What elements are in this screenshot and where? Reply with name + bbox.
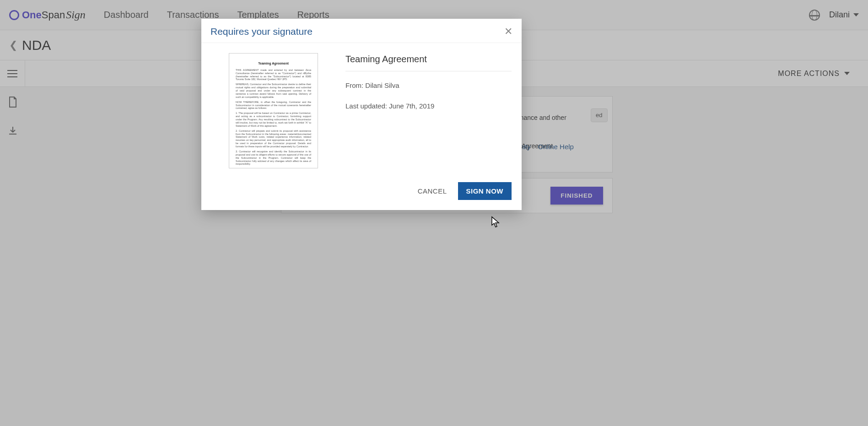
thumb-p7: 4. In the event Contractor is awarded th… bbox=[236, 167, 311, 168]
thumb-p4: 1. The proposal will be based on Contrac… bbox=[236, 112, 311, 127]
thumb-p1: THIS AGREEMENT made and entered by and b… bbox=[236, 69, 311, 81]
thumb-p5: 2. Contractor will prepare and submit it… bbox=[236, 129, 311, 148]
modal-title: Requires your signature bbox=[210, 26, 313, 37]
modal-info: Teaming Agreement From: Dilani Silva Las… bbox=[345, 53, 512, 168]
thumb-p2: WHEREAS, Contractor and the Subcontracto… bbox=[236, 83, 311, 98]
from-value: Dilani Silva bbox=[365, 81, 399, 89]
thumb-p3: NOW THEREFORE, in offset the foregoing, … bbox=[236, 101, 311, 110]
close-icon[interactable]: ✕ bbox=[504, 27, 512, 37]
modal-header: Requires your signature ✕ bbox=[201, 19, 522, 43]
modal-updated-row: Last updated: June 7th, 2019 bbox=[345, 102, 512, 110]
updated-label: Last updated: bbox=[345, 102, 389, 110]
modal-footer: CANCEL SIGN NOW bbox=[201, 182, 522, 210]
modal-from-row: From: Dilani Silva bbox=[345, 81, 512, 89]
thumb-title: Teaming Agreement bbox=[236, 62, 311, 66]
sign-now-button[interactable]: SIGN NOW bbox=[458, 182, 512, 200]
modal-doc-title: Teaming Agreement bbox=[345, 54, 512, 71]
cancel-button[interactable]: CANCEL bbox=[418, 187, 447, 195]
from-label: From: bbox=[345, 81, 365, 89]
signature-modal: Requires your signature ✕ Teaming Agreem… bbox=[201, 19, 522, 210]
document-thumbnail[interactable]: Teaming Agreement THIS AGREEMENT made an… bbox=[229, 53, 318, 168]
thumb-p6: 3. Contractor will recognize and identif… bbox=[236, 150, 311, 166]
updated-value: June 7th, 2019 bbox=[389, 102, 434, 110]
modal-body: Teaming Agreement THIS AGREEMENT made an… bbox=[201, 43, 522, 182]
